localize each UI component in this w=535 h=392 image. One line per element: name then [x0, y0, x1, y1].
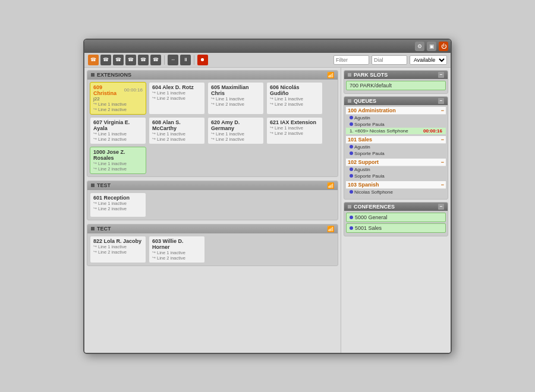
monitor-button[interactable]: ▣ — [427, 42, 436, 51]
queue-101-expand[interactable]: − — [441, 137, 444, 143]
ext-line2-606: ↪Line 2 inactive — [270, 102, 319, 107]
extensions-square — [91, 73, 95, 77]
tect-title: TECT — [97, 226, 111, 232]
test-wifi-icon: 📶 — [327, 182, 334, 189]
ext-line1-607: ↪Line 1 inactive — [93, 131, 143, 137]
extensions-section: EXTENSIONS 📶 609 Christina 00:00:16 j22 … — [87, 70, 338, 177]
settings-button[interactable]: ⚙ — [415, 42, 424, 51]
queue-101: 101 Sales − Agustin Soporte Paula — [346, 136, 446, 157]
park-slots-body: 700 PARK/default — [344, 79, 448, 93]
queues-minimize[interactable]: − — [438, 98, 444, 104]
ext-line1-608: ↪Line 1 inactive — [152, 131, 202, 137]
conf-dot-1 — [350, 216, 353, 219]
ext-card-1000[interactable]: 1000 Jose Z. Rosales ↪Line 1 inactive ↪L… — [90, 147, 146, 174]
conf-dot-2 — [350, 226, 353, 230]
call-icon-5[interactable]: ☎ — [138, 55, 149, 65]
title-bar: ⚙ ▣ ⏻ — [84, 40, 451, 53]
ext-line2-1000: ↪Line 2 inactive — [93, 166, 143, 172]
ext-line1-609: ↪Line 1 inactive — [93, 102, 143, 107]
queue-102-expand[interactable]: − — [441, 159, 444, 165]
filter-input[interactable] — [333, 55, 369, 65]
ext-line1-621: ↪Line 1 inactive — [270, 125, 319, 131]
queue-103-expand[interactable]: − — [441, 182, 444, 188]
ext-name-603: 603 Willie D. Horner — [152, 238, 202, 250]
conf-square — [348, 205, 351, 208]
transfer-icon[interactable]: ↔ — [168, 55, 178, 65]
call-icon-2[interactable]: ☎ — [100, 55, 111, 65]
ext-card-609[interactable]: 609 Christina 00:00:16 j22 ↪Line 1 inact… — [90, 82, 146, 115]
test-header: TEST 📶 — [87, 181, 338, 190]
park-slot-700[interactable]: 700 PARK/default — [346, 81, 446, 90]
ext-card-604[interactable]: 604 Alex D. Rotz ↪Line 1 inactive ↪Line … — [149, 82, 205, 115]
tect-section: TECT 📶 822 Lola R. Jacoby ↪Line 1 inacti… — [87, 224, 338, 266]
queues-header: QUEUES − — [344, 97, 448, 105]
ext-line2-609: ↪Line 2 inactive — [93, 107, 143, 112]
ext-line2-822: ↪Line 2 inactive — [93, 249, 143, 255]
agent-dot — [350, 116, 353, 119]
agent-dot-4 — [350, 151, 353, 155]
ext-line2-607: ↪Line 2 inactive — [93, 137, 143, 142]
ext-line1-606: ↪Line 1 inactive — [270, 96, 319, 102]
queue-100-call-1[interactable]: 1. <609> Nicolas Softphone 00:00:16 — [346, 128, 446, 134]
test-body: 601 Reception ↪Line 1 inactive ↪Line 2 i… — [87, 190, 338, 220]
conf-minimize[interactable]: − — [438, 204, 444, 210]
conf-5001[interactable]: 5001 Sales — [346, 223, 446, 233]
ext-card-605[interactable]: 605 Maximilian Chris ↪Line 1 inactive ↪L… — [207, 82, 264, 115]
ext-card-620[interactable]: 620 Amy D. Germany ↪Line 1 inactive ↪Lin… — [207, 117, 264, 144]
ext-card-608[interactable]: 608 Alan S. McCarthy ↪Line 1 inactive ↪L… — [149, 117, 205, 144]
ext-card-601[interactable]: 601 Reception ↪Line 1 inactive ↪Line 2 i… — [90, 192, 146, 217]
agent-dot-3 — [350, 145, 353, 148]
test-square — [91, 184, 95, 187]
queue-103-name[interactable]: 103 Spanish − — [346, 181, 446, 189]
ext-card-621[interactable]: 621 IAX Extension ↪Line 1 inactive ↪Line… — [266, 117, 323, 144]
dial-input[interactable] — [372, 55, 407, 65]
ext-card-822[interactable]: 822 Lola R. Jacoby ↪Line 1 inactive ↪Lin… — [90, 236, 146, 263]
ext-line2-605: ↪Line 2 inactive — [211, 102, 260, 107]
park-square — [348, 73, 351, 77]
power-button[interactable]: ⏻ — [439, 42, 448, 51]
ext-line2-608: ↪Line 2 inactive — [152, 137, 202, 142]
queues-title: QUEUES — [354, 98, 376, 104]
ext-line2-604: ↪Line 2 inactive — [152, 96, 202, 101]
queue-100-agent-soporte: Soporte Paula — [346, 121, 446, 128]
ext-line1-601: ↪Line 1 inactive — [93, 201, 143, 206]
queue-100-name[interactable]: 100 Administration − — [346, 107, 446, 115]
ext-line1-605: ↪Line 1 inactive — [211, 96, 260, 102]
toolbar: ☎ ☎ ☎ ☎ ☎ ☎ ↔ ⏸ ⏺ Available Away Busy DN… — [84, 53, 451, 68]
separator-1 — [164, 55, 165, 65]
separator-2 — [194, 55, 194, 65]
status-select[interactable]: Available Away Busy DND — [410, 55, 447, 65]
main-body: EXTENSIONS 📶 609 Christina 00:00:16 j22 … — [84, 68, 451, 353]
park-minimize[interactable]: − — [438, 72, 444, 78]
ext-line2-601: ↪Line 2 inactive — [93, 206, 143, 211]
call-icon-4[interactable]: ☎ — [125, 55, 136, 65]
ext-line1-603: ↪Line 1 inactive — [152, 250, 202, 255]
ext-name-601: 601 Reception — [93, 195, 143, 201]
test-section: TEST 📶 601 Reception ↪Line 1 inactive ↪L… — [87, 181, 338, 220]
queue-100-expand[interactable]: − — [441, 108, 444, 113]
conf-5001-label: 5001 Sales — [355, 225, 382, 231]
extensions-body: 609 Christina 00:00:16 j22 ↪Line 1 inact… — [87, 80, 338, 176]
queue-100: 100 Administration − Agustin Soporte Pau… — [346, 107, 446, 134]
conferences-section: CONFERENCES − 5000 General 5001 Sales — [344, 202, 448, 236]
conf-5000[interactable]: 5000 General — [346, 213, 446, 222]
ext-name-609: 609 Christina — [93, 84, 124, 96]
conferences-title: CONFERENCES — [354, 204, 395, 210]
queue-102-agent-soporte: Soporte Paula — [346, 173, 446, 179]
park-slots-title: PARK SLOTS — [354, 72, 388, 78]
call-icon-1[interactable]: ☎ — [88, 55, 99, 65]
queue-102-name[interactable]: 102 Support − — [346, 159, 446, 166]
ext-line2-603: ↪Line 2 inactive — [152, 255, 202, 261]
ext-card-606[interactable]: 606 Nicolás Gudiño ↪Line 1 inactive ↪Lin… — [266, 82, 323, 115]
ext-number-609: j22 — [93, 96, 143, 102]
ext-card-603[interactable]: 603 Willie D. Horner ↪Line 1 inactive ↪L… — [149, 236, 205, 263]
call-icon-3[interactable]: ☎ — [113, 55, 124, 65]
queue-102: 102 Support − Agustin Soporte Paula — [346, 159, 446, 179]
hangup-icon[interactable]: ⏺ — [197, 55, 208, 65]
hold-icon[interactable]: ⏸ — [180, 55, 191, 65]
ext-card-607[interactable]: 607 Virginia E. Ayala ↪Line 1 inactive ↪… — [90, 117, 146, 144]
queue-101-name[interactable]: 101 Sales − — [346, 136, 446, 144]
ext-name-621: 621 IAX Extension — [270, 119, 319, 125]
ext-line1-604: ↪Line 1 inactive — [152, 90, 202, 96]
call-icon-6[interactable]: ☎ — [150, 55, 161, 65]
